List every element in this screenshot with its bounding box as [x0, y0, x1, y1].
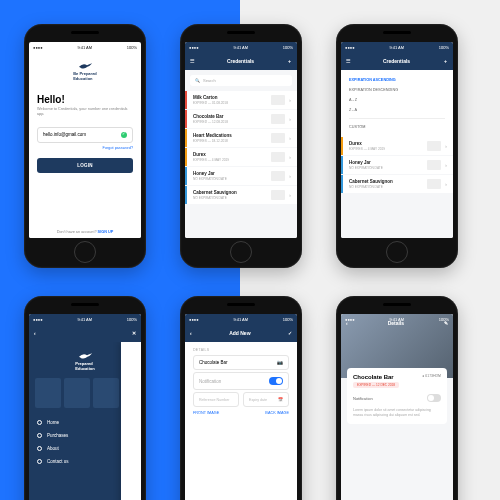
list-item[interactable]: DurexEXPIRES — 4 MAY 2019›: [185, 148, 297, 166]
chevron-right-icon: ›: [445, 181, 447, 187]
status-bar: ●●●●9:41 AM100%: [29, 314, 141, 324]
item-meta: EXPIRES — 18.12.2018: [193, 139, 267, 143]
details-label: DETAILS: [193, 348, 289, 352]
phone-drawer: ●●●●9:41 AM100% ‹✕ PreparedEducation Hom…: [24, 296, 146, 500]
item-thumb: [271, 152, 285, 162]
item-thumb: [271, 95, 285, 105]
phone-sort: ●●●●9:41 AM100% ☰ Credentials ＋ EXPIRATI…: [336, 24, 458, 268]
chevron-right-icon: ›: [289, 116, 291, 122]
item-thumb: [427, 179, 441, 189]
item-meta: EXPIRES — 4 MAY 2019: [193, 158, 267, 162]
content-preview: [121, 342, 141, 500]
add-icon[interactable]: ＋: [287, 58, 292, 64]
back-icon[interactable]: ‹: [34, 330, 36, 336]
item-meta: EXPIRED — 12.08.2018: [193, 120, 267, 124]
phone-details: ●●●●9:41 AM100% ‹ Details ✎ ● 6173HDM Ch…: [336, 296, 458, 500]
item-meta: NO EXPIRATION DATE: [349, 185, 423, 189]
header: ☰ Credentials ＋: [341, 52, 453, 70]
chevron-right-icon: ›: [289, 192, 291, 198]
sort-option[interactable]: A - Z: [349, 95, 445, 105]
item-id: ● 6173HDM: [422, 374, 441, 378]
close-icon[interactable]: ✕: [132, 330, 136, 336]
list-item[interactable]: Cabernet SauvignonNO EXPIRATION DATE›: [185, 186, 297, 204]
name-field[interactable]: Chocolate Bar📷: [193, 355, 289, 370]
home-button[interactable]: [230, 241, 252, 263]
phone-login: ●●●●9:41 AM100% Be PreparedEducation Hel…: [24, 24, 146, 268]
chevron-right-icon: ›: [289, 97, 291, 103]
toggle-off[interactable]: [427, 394, 441, 402]
status-bar: ●●●●9:41 AM100%: [341, 42, 453, 52]
brand-logo: Be PreparedEducation: [29, 58, 141, 84]
camera-icon[interactable]: 📷: [277, 360, 283, 365]
status-bar: ●●●●9:41 AM100%: [185, 42, 297, 52]
forgot-link[interactable]: Forgot password?: [37, 146, 133, 150]
sort-option[interactable]: Z - A: [349, 105, 445, 115]
notification-field[interactable]: Notification: [193, 372, 289, 390]
calendar-icon: 📅: [278, 397, 283, 402]
sort-option[interactable]: EXPIRATION DESCENDING: [349, 85, 445, 95]
item-name: Durex: [193, 152, 267, 157]
search-input[interactable]: 🔍Search: [190, 75, 292, 86]
home-button[interactable]: [386, 241, 408, 263]
menu-label: Purchases: [47, 433, 68, 438]
list-item[interactable]: DurexEXPIRES — 4 MAY 2019›: [341, 137, 453, 155]
phone-credentials: ●●●●9:41 AM100% ☰ Credentials ＋ 🔍Search …: [180, 24, 302, 268]
eagle-icon: [77, 351, 93, 361]
list-item[interactable]: Heart MedicationsEXPIRES — 18.12.2018›: [185, 129, 297, 147]
sort-option[interactable]: EXPIRATION ASCENDING: [349, 75, 445, 85]
header: ☰ Credentials ＋: [185, 52, 297, 70]
chevron-right-icon: ›: [445, 143, 447, 149]
toggle-on[interactable]: [269, 377, 283, 385]
eagle-icon: [77, 61, 93, 71]
sort-panel: EXPIRATION ASCENDINGEXPIRATION DESCENDIN…: [341, 70, 453, 137]
chevron-right-icon: ›: [289, 173, 291, 179]
item-thumb: [427, 141, 441, 151]
status-bar: ●●●●9:41 AM100%: [29, 42, 141, 52]
item-meta: NO EXPIRATION DATE: [349, 166, 423, 170]
back-image-link[interactable]: BACK IMAGE: [265, 411, 289, 415]
item-meta: NO EXPIRATION DATE: [193, 196, 267, 200]
ref-field[interactable]: Reference Number: [193, 392, 239, 407]
item-thumb: [427, 160, 441, 170]
status-bar: ●●●●9:41 AM100%: [185, 314, 297, 324]
check-icon: [121, 132, 127, 138]
item-meta: EXPIRES — 4 MAY 2019: [349, 147, 423, 151]
list-item[interactable]: Chocolate BarEXPIRED — 12.08.2018›: [185, 110, 297, 128]
menu-label: Home: [47, 420, 59, 425]
phone-addnew: ●●●●9:41 AM100% ‹ Add New ✓ DETAILS Choc…: [180, 296, 302, 500]
item-meta: EXPIRED — 01.08.2018: [193, 101, 267, 105]
chevron-right-icon: ›: [289, 135, 291, 141]
list-item[interactable]: Cabernet SauvignonNO EXPIRATION DATE›: [341, 175, 453, 193]
email-field[interactable]: hello.info@gmail.com: [37, 127, 133, 143]
list-item[interactable]: Milk CartonEXPIRED — 01.08.2018›: [185, 91, 297, 109]
search-icon: 🔍: [195, 78, 200, 83]
list-item[interactable]: Honey JarNO EXPIRATION DATE›: [185, 167, 297, 185]
chevron-right-icon: ›: [445, 162, 447, 168]
header: ‹ Add New ✓: [185, 324, 297, 342]
save-icon[interactable]: ✓: [288, 330, 292, 336]
item-thumb: [271, 190, 285, 200]
notification-row: Notification: [353, 394, 441, 402]
item-name: Milk Carton: [193, 95, 267, 100]
bullet-icon: [37, 446, 42, 451]
header-title: Add New: [192, 330, 288, 336]
bullet-icon: [37, 420, 42, 425]
status-pill: EXPIRED — 12 DEC 2018: [353, 382, 399, 388]
item-name: Honey Jar: [349, 160, 423, 165]
description: Lorem ipsum dolor sit amet consectetur a…: [353, 408, 441, 418]
front-image-link[interactable]: FRONT IMAGE: [193, 411, 219, 415]
signup-link[interactable]: SIGN UP: [98, 230, 114, 234]
detail-card: ● 6173HDM Chocolate Bar EXPIRED — 12 DEC…: [347, 368, 447, 424]
status-bar: ●●●●9:41 AM100%: [341, 314, 453, 324]
item-name: Durex: [349, 141, 423, 146]
login-button[interactable]: LOGIN: [37, 158, 133, 173]
add-icon[interactable]: ＋: [443, 58, 448, 64]
list-item[interactable]: Honey JarNO EXPIRATION DATE›: [341, 156, 453, 174]
expiry-field[interactable]: Expiry date📅: [243, 392, 289, 407]
sort-custom[interactable]: CUSTOM: [349, 122, 445, 132]
item-name: Honey Jar: [193, 171, 267, 176]
item-name: Chocolate Bar: [193, 114, 267, 119]
home-button[interactable]: [74, 241, 96, 263]
header-title: Credentials: [194, 58, 287, 64]
header-title: Credentials: [350, 58, 443, 64]
